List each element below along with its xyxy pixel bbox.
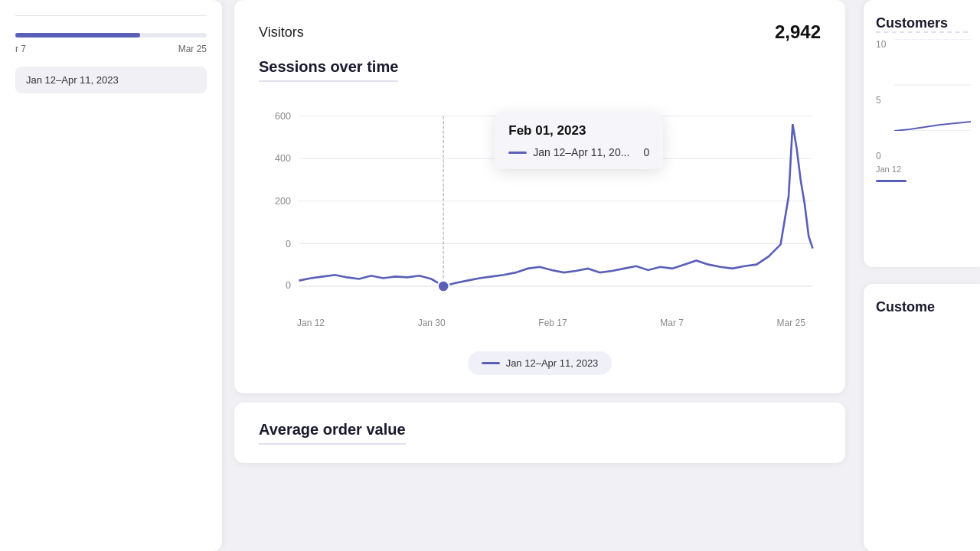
sessions-chart-card: Visitors 2,942 Sessions over time 600 40… [234,0,845,393]
left-panel: r 7 Mar 25 Jan 12–Apr 11, 2023 [0,0,222,551]
bottom-card: Average order value [234,403,845,463]
tooltip-series-row: Jan 12–Apr 11, 20... 0 [508,146,649,158]
visitors-value: 2,942 [775,21,821,43]
visitors-label: Visitors [259,24,304,41]
legend-item: Jan 12–Apr 11, 2023 [468,351,612,375]
x-label-jan12: Jan 12 [297,318,325,328]
chart-legend-bottom: Jan 12–Apr 11, 2023 [259,351,821,375]
hover-dot [438,281,449,292]
right-panel: Customers 10 5 0 Jan 12 Custome [858,0,980,551]
left-metric: r 7 Mar 25 [15,28,207,54]
right-y-0: 0 [876,151,886,161]
left-legend-text: Jan 12–Apr 11, 2023 [26,74,119,86]
left-bar-container [15,33,207,37]
chart-area: 600 400 200 0 0 Jan 12 Jan 30 Feb 17 Mar… [259,97,821,342]
customers-title: Customers [876,15,968,33]
svg-text:200: 200 [275,196,291,207]
customers-chart-svg [894,39,971,131]
customers-chart-area: 10 5 0 [876,39,968,161]
customers-title-2: Custome [876,299,968,315]
x-label-feb17: Feb 17 [538,318,567,328]
x-label-mar25: Mar 25 [777,318,805,328]
tooltip-date: Feb 01, 2023 [508,123,649,139]
right-legend-line [876,180,906,182]
chart-tooltip: Feb 01, 2023 Jan 12–Apr 11, 20... 0 [495,112,663,169]
svg-text:0: 0 [286,239,291,249]
visitors-row: Visitors 2,942 [259,21,821,43]
left-divider [15,15,207,16]
left-legend-box: Jan 12–Apr 11, 2023 [15,67,207,93]
legend-label: Jan 12–Apr 11, 2023 [506,357,599,369]
tooltip-line-icon [508,152,527,154]
customers-card: Customers 10 5 0 Jan 12 [864,0,980,267]
sessions-title: Sessions over time [259,58,398,82]
x-label-mar7: Mar 7 [660,318,684,328]
left-bar-fill [15,33,140,37]
left-date-end: Mar 25 [178,44,207,54]
tooltip-series-label: Jan 12–Apr 11, 20... [533,146,629,158]
svg-text:400: 400 [275,153,291,164]
svg-text:0: 0 [286,280,291,291]
legend-line-icon [482,362,500,364]
right-x-label: Jan 12 [876,165,968,174]
svg-text:600: 600 [275,111,291,122]
right-y-labels: 10 5 0 [876,39,886,161]
main-panel: Visitors 2,942 Sessions over time 600 40… [222,0,858,551]
left-date-start: r 7 [15,44,26,54]
tooltip-value: 0 [643,146,649,158]
x-axis-labels: Jan 12 Jan 30 Feb 17 Mar 7 Mar 25 [259,318,821,328]
bottom-card-title: Average order value [259,421,406,445]
right-y-10: 10 [876,39,886,50]
left-date-labels: r 7 Mar 25 [15,44,207,54]
x-label-jan30: Jan 30 [418,318,446,328]
customers-card-2: Custome [864,284,980,551]
right-y-5: 5 [876,95,886,106]
